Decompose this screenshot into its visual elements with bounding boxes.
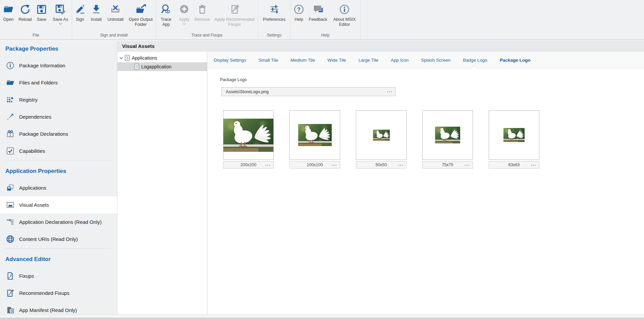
- wrench-doc-star-icon: [6, 289, 15, 298]
- browse-button[interactable]: ···: [531, 162, 536, 168]
- browse-button[interactable]: ···: [465, 162, 470, 168]
- about-msix-editor-button[interactable]: About MSIX Editor: [330, 3, 359, 27]
- sign-button[interactable]: Sign: [72, 3, 87, 22]
- ribbon-group-settings: Preferences Settings: [258, 0, 290, 40]
- button-label: Reload: [18, 17, 32, 22]
- feedback-icon: [312, 3, 324, 16]
- sidebar-item-package-declarations[interactable]: Package Declarations: [0, 125, 117, 142]
- info-icon: [6, 61, 15, 70]
- install-button[interactable]: Install: [88, 3, 105, 22]
- sidebar-separator: [5, 248, 111, 249]
- uninstall-button[interactable]: Uninstall: [105, 3, 126, 22]
- browse-button[interactable]: ···: [332, 162, 337, 168]
- ribbon-group-label: Trace and Fixups: [156, 33, 258, 38]
- field-label: Package Logo: [220, 77, 247, 82]
- page-title: Visual Assets: [117, 43, 155, 49]
- open-button[interactable]: Open: [1, 3, 16, 22]
- help-icon: ?: [293, 3, 305, 16]
- sidebar-heading-advanced-editor: Advanced Editor: [0, 251, 117, 267]
- dove-image: [435, 127, 460, 143]
- tab-badge-logo[interactable]: Badge Logo: [463, 58, 487, 63]
- tab-display-settings[interactable]: Display Settings: [214, 58, 246, 63]
- logo-path-input[interactable]: Assets\StoreLogo.png ···: [221, 87, 395, 96]
- open-output-folder-icon: [135, 3, 147, 16]
- ribbon-group-label: Settings: [258, 33, 290, 38]
- button-label: Trace App: [157, 17, 175, 27]
- sidebar-item-registry[interactable]: Registry: [0, 91, 117, 108]
- sidebar-separator: [5, 160, 111, 161]
- sidebar-item-content-uris[interactable]: Content URIs (Read Only): [0, 231, 117, 248]
- size-value: 75x75: [442, 163, 453, 167]
- button-label: Feedback: [309, 17, 327, 22]
- ribbon-group-file: Open Reload Save Save As: [0, 0, 72, 40]
- visual-assets-tabs: Display Settings Small Tile Medium Tile …: [208, 52, 644, 68]
- sign-pencil-icon: [74, 3, 86, 16]
- size-field-63x63[interactable]: 63x63 ···: [489, 161, 539, 169]
- button-label: Uninstall: [107, 17, 123, 22]
- preferences-button[interactable]: Preferences: [261, 3, 288, 22]
- tab-app-icon[interactable]: App Icon: [391, 58, 409, 63]
- apply-recommended-fixups-button: Apply Recommended Fixups: [212, 3, 257, 27]
- size-field-100x100[interactable]: 100x100 ···: [289, 161, 340, 169]
- help-button[interactable]: ? Help: [292, 3, 306, 22]
- document-icon: [125, 55, 130, 61]
- tab-wide-tile[interactable]: Wide Tile: [327, 58, 346, 63]
- logo-path-value: Assets\StoreLogo.png: [226, 89, 269, 94]
- arrow-list-icon: [6, 217, 15, 227]
- size-field-200x200[interactable]: 200x200 ···: [223, 161, 274, 169]
- tab-package-logo[interactable]: Package Logo: [500, 58, 531, 63]
- tree-node-logapplication[interactable]: Logapplication: [117, 62, 207, 71]
- size-field-75x75[interactable]: 75x75 ···: [422, 161, 473, 169]
- sidebar-item-application-declarations[interactable]: Application Declarations (Read Only): [0, 213, 117, 231]
- reload-button[interactable]: Reload: [17, 3, 34, 22]
- button-label: Remove: [195, 17, 210, 22]
- save-as-button[interactable]: Save As: [50, 3, 71, 25]
- tree-node-applications[interactable]: Applications: [117, 54, 207, 62]
- ribbon-group-label: File: [0, 33, 72, 38]
- logo-preview-50: [356, 110, 407, 160]
- tab-large-tile[interactable]: Large Tile: [359, 58, 378, 63]
- chevron-down-icon[interactable]: [119, 57, 124, 59]
- tab-splash-screen[interactable]: Splash Screen: [421, 58, 450, 63]
- ribbon-group-help: ? Help Feedback About MSIX Editor Help: [290, 0, 361, 40]
- apply-plus-icon: [178, 3, 190, 16]
- sidebar-heading-application-properties: Application Properties: [0, 163, 117, 179]
- registry-icon: [6, 95, 15, 104]
- sidebar-item-visual-assets[interactable]: Visual Assets: [0, 196, 117, 213]
- open-output-folder-button[interactable]: Open Output Folder: [126, 3, 155, 27]
- chevron-down-icon: [182, 23, 186, 25]
- package-logo-panel: Package Logo Assets\StoreLogo.png ··· 20…: [208, 69, 644, 314]
- button-label: Open: [3, 17, 14, 22]
- button-label: Sign: [76, 17, 84, 22]
- dove-image: [298, 124, 332, 146]
- browse-button[interactable]: ···: [398, 162, 404, 168]
- window-bottom-border: [0, 318, 644, 319]
- logo-preview-75: [422, 110, 473, 160]
- sidebar-item-applications[interactable]: Applications: [0, 179, 117, 196]
- sidebar-item-capabilities[interactable]: Capabilities: [0, 142, 117, 160]
- browse-button[interactable]: ···: [265, 162, 271, 168]
- button-label: Install: [91, 17, 102, 22]
- feedback-button[interactable]: Feedback: [307, 3, 329, 22]
- trace-app-button[interactable]: Trace App: [157, 3, 175, 27]
- tab-medium-tile[interactable]: Medium Tile: [290, 58, 315, 63]
- logo-preview-63: [489, 110, 539, 160]
- applications-tree: Applications Logapplication: [117, 52, 207, 314]
- save-icon: [36, 3, 47, 16]
- button-label: Preferences: [263, 17, 285, 22]
- tab-small-tile[interactable]: Small Tile: [259, 58, 278, 63]
- button-label: Apply: [179, 17, 189, 22]
- size-value: 200x200: [240, 163, 257, 167]
- size-field-50x50[interactable]: 50x50 ···: [356, 161, 407, 169]
- size-value: 100x100: [307, 163, 323, 167]
- save-button[interactable]: Save: [34, 3, 49, 22]
- browse-button[interactable]: ···: [387, 87, 392, 96]
- sidebar-item-package-information[interactable]: Package Information: [0, 57, 117, 74]
- sidebar-item-dependencies[interactable]: Dependencies: [0, 108, 117, 125]
- sidebar-item-fixups[interactable]: Fixups: [0, 267, 117, 284]
- sidebar-item-recommended-fixups[interactable]: Recommended Fixups: [0, 284, 117, 302]
- sidebar-item-files-and-folders[interactable]: Files and Folders: [0, 74, 117, 91]
- wrench-doc-icon: [6, 271, 15, 280]
- globe-icon: [6, 235, 15, 244]
- dependencies-icon: [6, 112, 15, 121]
